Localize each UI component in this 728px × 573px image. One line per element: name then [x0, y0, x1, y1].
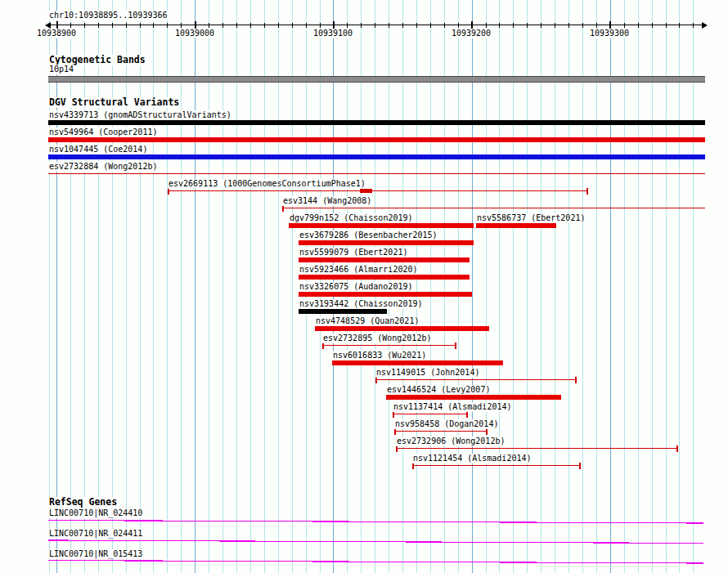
- variant-label[interactable]: nsv5586737 (Ebert2021): [476, 213, 586, 223]
- variant-label[interactable]: nsv1121454 (Alsmadi2014): [412, 454, 533, 463]
- axis-tick-label: 10939100: [313, 29, 353, 38]
- variant-label[interactable]: nsv5599079 (Ebert2021): [299, 248, 408, 257]
- axis-tick-label: 10939200: [452, 29, 491, 38]
- track-title: RefSeq Genes: [48, 497, 118, 508]
- variant-label[interactable]: esv3679286 (Besenbacher2015): [299, 231, 438, 240]
- axis-tick-label: 10939000: [175, 29, 214, 38]
- track-title: DGV Structural Variants: [48, 97, 180, 108]
- variant-label[interactable]: esv1446524 (Levy2007): [386, 385, 491, 395]
- variant-label[interactable]: nsv549964 (Cooper2011): [48, 128, 158, 137]
- axis-tick-label: 10938900: [37, 29, 76, 38]
- variant-label[interactable]: esv2669113 (1000GenomesConsortiumPhase1): [168, 179, 366, 189]
- gene-label[interactable]: LINC00710|NR_024411: [48, 529, 143, 539]
- gene-label[interactable]: LINC00710|NR_015413: [48, 549, 143, 559]
- variant-label[interactable]: nsv958458 (Dogan2014): [394, 419, 499, 429]
- cytoband-label[interactable]: 10p14: [48, 65, 74, 74]
- variant-label[interactable]: nsv3193442 (Chaisson2019): [299, 299, 424, 309]
- variant-label[interactable]: esv3144 (Wang2008): [282, 196, 372, 206]
- variant-label[interactable]: esv2732884 (Wong2012b): [48, 162, 158, 172]
- gene-line[interactable]: [48, 561, 703, 564]
- axis-tick-label: 10939300: [590, 29, 629, 38]
- variant-label[interactable]: nsv5923466 (Almarri2020): [299, 265, 419, 275]
- gene-label[interactable]: LINC00710|NR_024410: [48, 508, 143, 518]
- variant-label[interactable]: nsv3326075 (Audano2019): [299, 282, 413, 292]
- variant-label[interactable]: esv2732895 (Wong2012b): [322, 334, 432, 343]
- variant-label[interactable]: nsv1137414 (Alsmadi2014): [393, 402, 513, 412]
- gene-line[interactable]: [48, 521, 703, 524]
- variant-label[interactable]: dgv799n152 (Chaisson2019): [289, 213, 414, 223]
- variant-label[interactable]: nsv4339713 (gnomADStructuralVariants): [48, 110, 232, 120]
- variant-label[interactable]: nsv4748529 (Quan2021): [315, 316, 420, 326]
- variant-label[interactable]: nsv1149015 (John2014): [375, 368, 480, 378]
- gene-line[interactable]: [48, 540, 703, 544]
- variant-label[interactable]: esv2732906 (Wong2012b): [396, 436, 506, 446]
- genome-browser: chr10:10938895..10939366 109389001093900…: [0, 0, 728, 573]
- region-label: chr10:10938895..10939366: [48, 11, 169, 20]
- variant-label[interactable]: nsv1047445 (Coe2014): [48, 145, 148, 154]
- variant-label[interactable]: nsv6016833 (Wu2021): [332, 351, 427, 360]
